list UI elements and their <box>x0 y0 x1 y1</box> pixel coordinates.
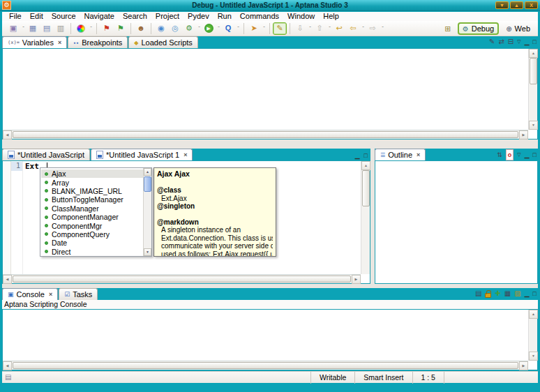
scrollbar-thumb[interactable] <box>530 58 537 84</box>
color-wheel-button[interactable] <box>74 22 88 35</box>
completion-item[interactable]: ComponentManager <box>41 213 143 221</box>
display-console-icon[interactable]: ▦ <box>504 289 511 299</box>
completion-item[interactable]: ClassManager <box>41 204 143 213</box>
tab-outline[interactable]: ☰ Outline × <box>375 149 426 160</box>
annotation-ruler[interactable] <box>3 161 11 274</box>
open-perspective-button[interactable]: ⊞ <box>441 22 455 35</box>
perspective-web[interactable]: ⊕ Web <box>502 22 534 35</box>
next-annotation-button[interactable]: ⇩ <box>293 22 307 35</box>
menu-commands[interactable]: Commands <box>236 12 283 21</box>
tab-untitled-javascript[interactable]: *Untitled JavaScript <box>2 149 90 160</box>
minimize-view-icon[interactable]: ▁ <box>525 37 530 47</box>
next-bookmark-button[interactable]: ⚑ <box>114 22 128 35</box>
variables-hscrollbar[interactable]: ◀ ▶ <box>3 130 528 139</box>
tab-variables[interactable]: (x)= Variables × <box>2 36 67 48</box>
forward-button[interactable]: ⇨ <box>366 22 380 35</box>
menu-source[interactable]: Source <box>47 12 80 21</box>
menu-project[interactable]: Project <box>151 12 183 21</box>
scrollbar-thumb[interactable] <box>362 170 370 206</box>
maximize-view-icon[interactable]: □ <box>533 289 537 299</box>
scroll-right-button[interactable]: ▶ <box>519 130 528 140</box>
menu-edit[interactable]: Edit <box>26 12 47 21</box>
completion-item[interactable]: ButtonToggleManager <box>41 195 143 204</box>
format-brush-button[interactable]: ✎ <box>273 22 287 35</box>
scroll-right-button[interactable]: ▶ <box>352 275 361 284</box>
variables-vscrollbar[interactable]: ▲ ▼ <box>528 49 537 130</box>
console-hscrollbar[interactable]: ◀ ▶ <box>3 361 528 370</box>
scrollbar-thumb[interactable] <box>144 176 151 192</box>
menu-pydev[interactable]: Pydev <box>183 12 213 21</box>
new-wizard-button[interactable]: ▣ <box>6 22 20 35</box>
view-menu-icon[interactable]: ▽ <box>517 37 520 47</box>
maximize-button[interactable]: ▲ <box>510 1 523 9</box>
tab-console[interactable]: ▣ Console × <box>2 288 58 300</box>
scroll-left-button[interactable]: ◀ <box>3 275 12 284</box>
clear-console-icon[interactable]: ▤ <box>475 289 481 299</box>
close-button[interactable]: X <box>525 1 538 9</box>
tab-tasks[interactable]: ☑ Tasks <box>59 288 98 300</box>
scroll-up-button[interactable]: ▲ <box>361 161 370 170</box>
scroll-down-button[interactable]: ▼ <box>529 352 538 361</box>
completion-item[interactable]: Direct <box>41 248 143 256</box>
deploy-button[interactable]: ➤ <box>247 22 261 35</box>
sort-icon[interactable]: ⇅ <box>497 150 502 160</box>
editor-hscrollbar[interactable]: ◀ ▶ <box>3 274 361 283</box>
scroll-left-button[interactable]: ◀ <box>3 361 12 370</box>
completion-item[interactable]: Date <box>41 239 143 247</box>
close-icon[interactable]: × <box>49 291 52 298</box>
autocomplete-scrollbar[interactable]: ▲ ▼ <box>143 168 151 256</box>
completion-item[interactable]: BLANK_IMAGE_URL <box>41 187 143 195</box>
close-icon[interactable]: × <box>183 151 187 158</box>
show-type-names-icon[interactable]: ✎ <box>489 37 495 47</box>
debug-attach-button[interactable]: ◎ <box>168 22 182 35</box>
minimize-button[interactable]: ▼ <box>495 1 509 9</box>
scroll-up-button[interactable]: ▲ <box>529 310 538 319</box>
run-web-button[interactable]: ◉ <box>154 22 168 35</box>
minimize-editor-icon[interactable]: ▁ <box>355 151 360 160</box>
minimize-view-icon[interactable]: ▁ <box>525 150 530 160</box>
scrollbar-thumb[interactable] <box>13 276 351 282</box>
save-all-button[interactable]: ▤ <box>40 22 54 35</box>
completion-item[interactable]: Array <box>41 178 143 186</box>
add-bookmark-button[interactable]: ⚑ <box>100 22 114 35</box>
tab-breakpoints[interactable]: ●● Breakpoints <box>68 36 128 48</box>
completion-item[interactable]: ComponentQuery <box>41 230 143 239</box>
menu-run[interactable]: Run <box>213 12 236 21</box>
collapse-all-icon[interactable]: ⊟ <box>508 37 513 47</box>
scroll-up-button[interactable]: ▲ <box>144 168 151 176</box>
scroll-down-button[interactable]: ▼ <box>144 248 151 256</box>
run-button[interactable]: ▶ <box>202 22 216 35</box>
scroll-up-button[interactable]: ▲ <box>529 49 538 58</box>
outline-content[interactable] <box>375 160 538 284</box>
tab-loaded-scripts[interactable]: ◆ Loaded Scripts <box>128 36 198 48</box>
open-console-icon[interactable]: ▨ <box>514 289 520 299</box>
close-icon[interactable]: × <box>417 151 420 158</box>
scroll-down-button[interactable]: ▼ <box>529 121 538 130</box>
scroll-left-button[interactable]: ◀ <box>3 130 12 140</box>
menu-file[interactable]: File <box>5 12 26 21</box>
editor-vscrollbar[interactable]: ▲ <box>361 161 370 274</box>
menu-help[interactable]: Help <box>319 12 343 21</box>
print-button[interactable]: ▥ <box>54 22 68 35</box>
scrollbar-thumb[interactable] <box>13 362 518 369</box>
title-bar[interactable]: ⚙ Debug - Untitled JavaScript 1 - Aptana… <box>0 0 540 11</box>
show-logical-structure-icon[interactable]: ⇄ <box>498 37 504 47</box>
variables-content[interactable]: ▲ ▼ ◀ ▶ <box>2 48 538 140</box>
trim-icon[interactable]: ▤ <box>5 373 11 381</box>
filter-icon[interactable]: o <box>506 149 514 160</box>
maximize-view-icon[interactable]: □ <box>533 150 537 160</box>
user-account-button[interactable]: ☻ <box>134 22 148 35</box>
save-button[interactable]: ▦ <box>26 22 40 35</box>
scroll-lock-icon[interactable] <box>485 293 491 298</box>
back-button[interactable]: ⇦ <box>346 22 360 35</box>
external-tools-button[interactable]: ⚙ <box>182 22 196 35</box>
menu-window[interactable]: Window <box>283 12 319 21</box>
console-vscrollbar[interactable]: ▲ ▼ <box>528 310 537 361</box>
view-menu-icon[interactable]: ▽ <box>517 150 520 160</box>
maximize-editor-icon[interactable]: □ <box>364 151 368 160</box>
close-icon[interactable]: × <box>58 39 61 46</box>
menu-navigate[interactable]: Navigate <box>80 12 119 21</box>
pin-console-icon[interactable]: ✚ <box>495 289 500 299</box>
perspective-debug[interactable]: ⚙ Debug <box>458 22 499 35</box>
scroll-right-button[interactable]: ▶ <box>519 361 528 370</box>
